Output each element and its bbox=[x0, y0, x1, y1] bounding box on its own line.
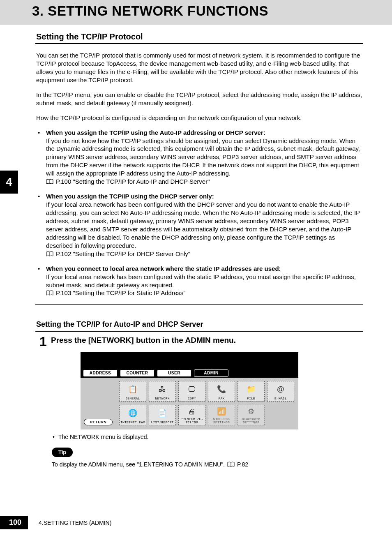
divider-thin bbox=[35, 331, 363, 332]
return-button[interactable]: RETURN bbox=[84, 419, 113, 425]
chapter-title: 3. SETTING NETWORK FUNCTIONS bbox=[32, 3, 392, 19]
bullet-item: • When you assign the TCP/IP using the A… bbox=[35, 129, 363, 186]
step-number: 1 bbox=[35, 334, 51, 348]
tab-address[interactable]: ADDRESS bbox=[83, 369, 118, 377]
bluetooth-icon: ⚙ bbox=[248, 405, 254, 418]
email-icon: @ bbox=[277, 381, 284, 397]
screen-tabbar: ADDRESS COUNTER USER ADMIN bbox=[81, 369, 298, 378]
button-label: COPY bbox=[188, 397, 196, 400]
chapter-header: 3. SETTING NETWORK FUNCTIONS bbox=[0, 0, 392, 25]
screen-button-row: 📋 GENERAL 🖧 NETWORK 🖵 COPY 📞 bbox=[119, 381, 295, 402]
tip-page-reference: P.82 bbox=[237, 461, 248, 468]
copy-button[interactable]: 🖵 COPY bbox=[178, 381, 205, 402]
bullet-marker: • bbox=[35, 129, 46, 186]
bluetooth-settings-button[interactable]: ⚙ Bluetooth SETTINGS bbox=[238, 405, 265, 425]
tip-text-row: To display the ADMIN menu, see "1.ENTERI… bbox=[52, 461, 363, 468]
button-label: GENERAL bbox=[125, 397, 140, 400]
bullet-item: • When you assign the TCP/IP using the D… bbox=[35, 192, 363, 258]
section-heading-tcpip: Setting the TCP/IP Protocol bbox=[35, 32, 363, 42]
page-footer: 100 4.SETTING ITEMS (ADMIN) bbox=[0, 516, 111, 529]
book-icon bbox=[227, 462, 235, 467]
email-button[interactable]: @ E-MAIL bbox=[267, 381, 294, 402]
book-icon bbox=[46, 251, 53, 257]
step-result-text: The NETWORK menu is displayed. bbox=[58, 434, 148, 440]
file-button[interactable]: 📁 FILE bbox=[238, 381, 265, 402]
screen-button-row: 🌐 INTERNET FAX 📄 LIST/REPORT 🖨 PRINTER /… bbox=[119, 405, 295, 425]
bullet-title: When you assign the TCP/IP using the Aut… bbox=[46, 129, 265, 136]
button-label: PRINTER /E-FILING bbox=[179, 418, 205, 424]
tab-user[interactable]: USER bbox=[157, 369, 191, 377]
printer-efiling-button[interactable]: 🖨 PRINTER /E-FILING bbox=[178, 405, 205, 425]
wireless-settings-button[interactable]: 📶 WIRELESS SETTINGS bbox=[208, 405, 235, 425]
step-title: Press the [NETWORK] button in the ADMIN … bbox=[51, 334, 236, 345]
network-icon: 🖧 bbox=[159, 381, 166, 397]
divider bbox=[35, 43, 363, 44]
network-button[interactable]: 🖧 NETWORK bbox=[149, 381, 176, 402]
bullet-body: If your local area network has been conf… bbox=[46, 201, 360, 249]
device-screen: ADDRESS COUNTER USER ADMIN RETURN 📋 GENE… bbox=[81, 352, 298, 429]
book-icon bbox=[46, 290, 53, 296]
bullet-marker: • bbox=[35, 265, 46, 298]
section-heading-autoip: Setting the TCP/IP for Auto-IP and DHCP … bbox=[35, 320, 363, 329]
printer-icon: 🖨 bbox=[188, 405, 196, 418]
button-label: Bluetooth SETTINGS bbox=[238, 418, 264, 424]
book-icon bbox=[46, 179, 53, 185]
step-row: 1 Press the [NETWORK] button in the ADMI… bbox=[35, 334, 363, 348]
bullet-title: When you assign the TCP/IP using the DHC… bbox=[46, 193, 214, 200]
internet-fax-icon: 🌐 bbox=[128, 405, 137, 421]
file-icon: 📁 bbox=[247, 381, 256, 397]
wireless-icon: 📶 bbox=[217, 405, 226, 418]
footer-chapter-label: 4.SETTING ITEMS (ADMIN) bbox=[39, 519, 111, 526]
button-label: FAX bbox=[218, 397, 224, 400]
page-reference: P.103 "Setting the TCP/IP for Static IP … bbox=[56, 289, 186, 297]
bullet-item: • When you connect to local area network… bbox=[35, 265, 363, 298]
bullet-body: If your local area network has been conf… bbox=[46, 273, 356, 289]
general-button[interactable]: 📋 GENERAL bbox=[119, 381, 146, 402]
tab-admin[interactable]: ADMIN bbox=[194, 369, 228, 377]
chapter-side-tab: 4 bbox=[0, 171, 18, 194]
bullet-body: If you do not know how the TCP/IP settin… bbox=[46, 137, 360, 177]
button-label: E-MAIL bbox=[274, 397, 287, 400]
general-icon: 📋 bbox=[128, 381, 137, 397]
intro-paragraph-1: You can set the TCP/IP protocol that is … bbox=[35, 51, 363, 84]
tab-counter[interactable]: COUNTER bbox=[120, 369, 154, 377]
bullet-marker: • bbox=[35, 192, 46, 258]
fax-button[interactable]: 📞 FAX bbox=[208, 381, 235, 402]
button-label: WIRELESS SETTINGS bbox=[208, 418, 235, 424]
bullet-title: When you connect to local area network w… bbox=[46, 265, 281, 272]
intro-paragraph-3: How the TCP/IP protocol is configured is… bbox=[35, 114, 363, 122]
button-label: NETWORK bbox=[155, 397, 169, 400]
list-report-icon: 📄 bbox=[158, 405, 167, 421]
divider bbox=[35, 304, 363, 305]
page-number: 100 bbox=[0, 516, 28, 529]
internet-fax-button[interactable]: 🌐 INTERNET FAX bbox=[119, 405, 146, 425]
tip-text: To display the ADMIN menu, see "1.ENTERI… bbox=[52, 461, 225, 468]
fax-icon: 📞 bbox=[217, 381, 226, 397]
button-label: FILE bbox=[247, 397, 255, 400]
button-label: LIST/REPORT bbox=[151, 421, 173, 424]
intro-paragraph-2: In the TCP/IP menu, you can enable or di… bbox=[35, 91, 363, 107]
page-reference: P.102 "Setting the TCP/IP for DHCP Serve… bbox=[56, 250, 190, 258]
list-report-button[interactable]: 📄 LIST/REPORT bbox=[149, 405, 176, 425]
tip-badge: Tip bbox=[52, 448, 73, 457]
step-result-bullet: • The NETWORK menu is displayed. bbox=[52, 434, 363, 440]
page-reference: P.100 "Setting the TCP/IP for Auto-IP an… bbox=[56, 178, 210, 186]
copy-icon: 🖵 bbox=[188, 381, 196, 397]
button-label: INTERNET FAX bbox=[120, 421, 145, 424]
bullet-marker: • bbox=[52, 434, 58, 440]
